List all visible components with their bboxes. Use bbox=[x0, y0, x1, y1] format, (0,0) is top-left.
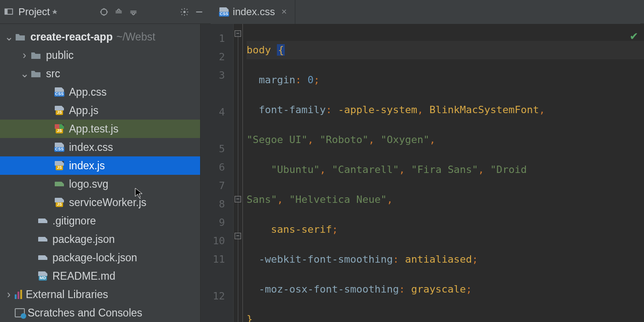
css-file-icon: CSS bbox=[53, 143, 66, 152]
folder-icon bbox=[30, 69, 43, 78]
tree-file-package-lock[interactable]: package-lock.json bbox=[0, 248, 200, 267]
project-panel-title: Project bbox=[18, 6, 58, 18]
json-file-icon bbox=[37, 255, 50, 260]
tree-external-libraries[interactable]: › External Libraries bbox=[0, 285, 200, 304]
project-tool-window-icon[interactable] bbox=[4, 7, 14, 17]
tree-file-app-js[interactable]: JS App.js bbox=[0, 101, 200, 120]
project-tree: ⌄ create-react-app ~/Webst › public ⌄ sr… bbox=[0, 24, 201, 322]
target-icon[interactable] bbox=[99, 7, 109, 17]
folder-icon bbox=[15, 32, 28, 41]
js-file-icon: JS bbox=[53, 161, 66, 170]
collapse-all-icon[interactable] bbox=[128, 7, 138, 17]
project-path-hint: ~/Webst bbox=[116, 31, 155, 43]
expand-all-icon[interactable] bbox=[114, 7, 124, 17]
tree-file-index-css[interactable]: CSS index.css bbox=[0, 138, 200, 156]
tree-file-gitignore[interactable]: .gitignore bbox=[0, 212, 200, 230]
tree-folder-public[interactable]: › public bbox=[0, 46, 200, 64]
tree-file-index-js[interactable]: JS index.js bbox=[0, 156, 200, 175]
main-area: ⌄ create-react-app ~/Webst › public ⌄ sr… bbox=[0, 24, 644, 322]
tree-root[interactable]: ⌄ create-react-app ~/Webst bbox=[0, 28, 200, 46]
tree-file-logo-svg[interactable]: logo.svg bbox=[0, 175, 200, 193]
code-content[interactable]: body { margin: 0; font-family: -apple-sy… bbox=[243, 24, 644, 322]
fold-toggle-icon[interactable]: − bbox=[235, 30, 241, 37]
tab-filename: index.css bbox=[233, 6, 275, 18]
fold-toggle-icon[interactable]: − bbox=[235, 196, 241, 202]
tree-file-readme[interactable]: MD README.md bbox=[0, 267, 200, 285]
svg-point-2 bbox=[101, 9, 107, 15]
chevron-down-icon[interactable]: ⌄ bbox=[20, 68, 29, 80]
inspection-ok-icon[interactable]: ✔ bbox=[630, 29, 638, 42]
js-test-file-icon: JS bbox=[53, 124, 66, 133]
tree-file-app-test-js[interactable]: JS App.test.js bbox=[0, 120, 200, 138]
tree-file-service-worker[interactable]: JS serviceWorker.js bbox=[0, 193, 200, 212]
css-file-icon: CSS bbox=[53, 87, 66, 97]
js-file-icon: JS bbox=[53, 198, 66, 207]
editor-tab-index-css[interactable]: CSS index.css × bbox=[211, 0, 295, 24]
folder-icon bbox=[30, 51, 43, 60]
js-file-icon: JS bbox=[53, 106, 66, 115]
pin-icon bbox=[52, 6, 58, 18]
line-number-gutter: 1 2 3 4 5 6 7 8 9 10 11 12 bbox=[201, 24, 234, 322]
code-editor[interactable]: 1 2 3 4 5 6 7 8 9 10 11 12 − − − body { … bbox=[201, 24, 644, 322]
close-tab-icon[interactable]: × bbox=[282, 6, 287, 17]
external-libraries-icon bbox=[15, 290, 22, 299]
fold-toggle-icon[interactable]: − bbox=[235, 233, 241, 239]
image-file-icon bbox=[53, 182, 66, 186]
css-file-icon: CSS bbox=[219, 8, 229, 16]
svg-point-3 bbox=[184, 11, 186, 13]
fold-gutter[interactable]: − − − bbox=[234, 24, 243, 322]
chevron-right-icon[interactable]: › bbox=[20, 49, 29, 62]
minimize-icon[interactable] bbox=[194, 7, 204, 17]
svg-rect-1 bbox=[5, 9, 8, 14]
json-file-icon bbox=[37, 237, 50, 242]
md-file-icon: MD bbox=[37, 271, 50, 281]
tree-scratches[interactable]: Scratches and Consoles bbox=[0, 304, 200, 322]
chevron-down-icon[interactable]: ⌄ bbox=[5, 31, 13, 43]
tree-file-app-css[interactable]: CSS App.css bbox=[0, 83, 200, 101]
gitignore-file-icon bbox=[37, 218, 50, 223]
settings-icon[interactable] bbox=[179, 7, 190, 17]
scratches-icon bbox=[15, 308, 25, 317]
tree-file-package-json[interactable]: package.json bbox=[0, 230, 200, 248]
tree-folder-src[interactable]: ⌄ src bbox=[0, 64, 200, 83]
chevron-right-icon[interactable]: › bbox=[5, 288, 13, 301]
top-toolbar: Project CSS index.css × bbox=[0, 0, 644, 24]
